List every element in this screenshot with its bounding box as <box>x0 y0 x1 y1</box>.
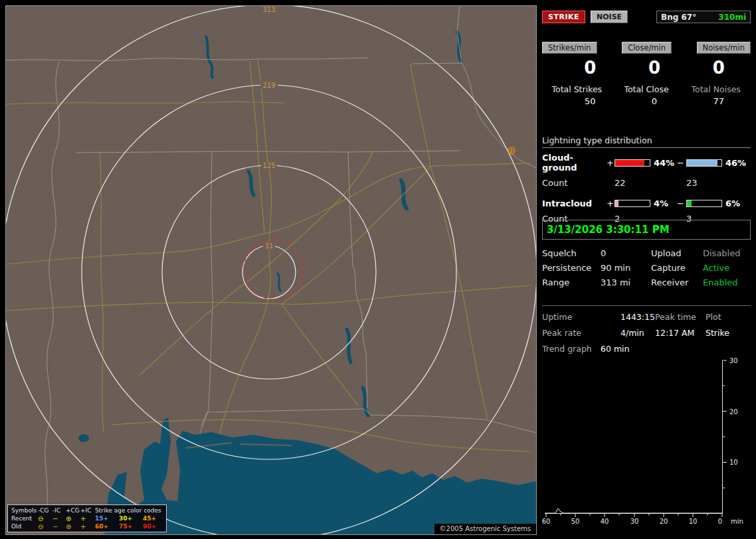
bearing-distance-value: 310mi <box>718 13 746 22</box>
strikes-per-min-button[interactable]: Strikes/min <box>542 42 597 54</box>
peak-rate-label: Peak rate <box>542 328 620 338</box>
map-view[interactable]: 313 219 125 31 Symbols -CG -IC +CG +IC S… <box>5 5 537 535</box>
neg-cg-old-icon: ⊖ <box>38 523 52 530</box>
age-15: 15+ <box>95 514 119 522</box>
squelch-label: Squelch <box>542 248 601 258</box>
nexstorm-window: 313 219 125 31 Symbols -CG -IC +CG +IC S… <box>0 0 756 539</box>
receiver-label: Receiver <box>651 277 703 287</box>
total-noises-value: 77 <box>686 96 751 106</box>
legend-col-neg-ic: -IC <box>52 506 66 514</box>
intracloud-row: Intracloud + 4% − 6% <box>542 198 751 208</box>
y-tick-20: 20 <box>729 408 738 416</box>
cg-negative-pct: 46% <box>722 158 747 168</box>
age-75: 75+ <box>119 522 143 530</box>
status-panel: STRIKE NOISE Bng 67° 310mi Strikes/min C… <box>542 5 751 534</box>
neg-cg-recent-icon: ⊖ <box>38 515 52 522</box>
trend-chart: 30 20 10 60 50 40 30 20 10 0 min <box>542 355 751 532</box>
uptime-label: Uptime <box>542 312 620 322</box>
pos-ic-recent-icon: + <box>80 515 95 522</box>
upload-label: Upload <box>651 248 703 258</box>
capture-label: Capture <box>651 263 703 273</box>
axis-labels: 30 20 10 60 50 40 30 20 10 0 min <box>542 357 743 525</box>
x-tick-10: 10 <box>689 518 698 525</box>
cg-positive-count: 22 <box>614 178 650 188</box>
noise-indicator-button[interactable]: NOISE <box>591 11 628 23</box>
neg-ic-recent-icon: − <box>52 515 66 522</box>
minus-sign: − <box>677 198 686 208</box>
peak-time-value: 12:17 AM <box>655 328 706 338</box>
age-90: 90+ <box>143 522 163 530</box>
map-legend: Symbols -CG -IC +CG +IC Strike age color… <box>7 504 167 532</box>
x-tick-0: 0 <box>718 518 722 525</box>
pos-cg-recent-icon: ⊕ <box>66 515 80 522</box>
cloud-ground-row: Cloud-ground + 44% − 46% <box>542 153 751 173</box>
close-per-min-button[interactable]: Close/min <box>622 42 672 54</box>
ic-negative-bar <box>686 200 722 207</box>
legend-symbols-header: Symbols <box>11 506 38 514</box>
x-tick-50: 50 <box>571 518 580 525</box>
plot-label: Plot <box>706 312 751 322</box>
bearing-range-display: Bng 67° 310mi <box>656 11 751 23</box>
noises-per-min-button[interactable]: Noises/min <box>697 42 751 54</box>
persistence-label: Persistence <box>542 263 601 273</box>
legend-old-label: Old <box>11 522 38 530</box>
cg-count-label: Count <box>542 178 607 188</box>
age-60: 60+ <box>95 522 119 530</box>
total-close-value: 0 <box>622 96 687 106</box>
total-noises-label: Total Noises <box>681 84 751 94</box>
y-tick-30: 30 <box>729 357 738 364</box>
ic-positive-pct: 4% <box>650 198 677 208</box>
cg-positive-bar <box>614 159 650 167</box>
panel-toolbar: STRIKE NOISE Bng 67° 310mi <box>542 11 751 23</box>
ic-positive-bar <box>614 200 650 207</box>
cg-negative-bar <box>686 159 722 167</box>
range-label: Range <box>542 277 601 287</box>
noises-per-min-value: 0 <box>686 58 751 77</box>
receiver-status: 3/13/2026 3:30:11 PM Squelch 0 Upload Di… <box>542 220 751 287</box>
pos-ic-old-icon: + <box>80 523 95 530</box>
strike-indicator-button[interactable]: STRIKE <box>542 11 585 23</box>
age-45: 45+ <box>143 514 163 522</box>
persistence-value: 90 min <box>601 263 651 273</box>
pos-cg-old-icon: ⊕ <box>66 523 80 530</box>
cloud-ground-count-row: Count 22 23 <box>542 178 751 188</box>
legend-col-neg-cg: -CG <box>38 506 52 514</box>
ring-label-313: 313 <box>262 6 275 13</box>
trend-window-value: 60 min <box>601 344 751 354</box>
x-ticks <box>546 514 722 518</box>
x-tick-30: 30 <box>630 518 639 525</box>
rate-counters: Strikes/min Close/min Noises/min 0 0 0 T… <box>542 42 751 106</box>
noise-strike-symbol <box>508 147 515 154</box>
trend-graph-label: Trend graph <box>542 344 601 354</box>
cg-positive-pct: 44% <box>650 158 677 168</box>
range-value: 313 mi <box>601 277 651 287</box>
uptime-value: 1443:15 <box>620 312 655 322</box>
ring-label-31: 31 <box>265 242 274 250</box>
ic-negative-pct: 6% <box>722 198 747 208</box>
x-axis-unit: min <box>731 518 743 525</box>
total-close-label: Total Close <box>612 84 682 94</box>
cg-negative-count: 23 <box>686 178 722 188</box>
plus-sign: + <box>607 158 614 168</box>
squelch-value: 0 <box>601 248 651 258</box>
legend-age-header: Strike age color codes <box>95 506 163 514</box>
total-strikes-label: Total Strikes <box>542 84 612 94</box>
minus-sign: − <box>677 158 686 168</box>
age-30: 30+ <box>119 514 143 522</box>
capture-value: Active <box>703 263 751 273</box>
legend-col-pos-cg: +CG <box>66 506 80 514</box>
session-info: Uptime 1443:15 Peak time Plot Peak rate … <box>542 305 751 354</box>
x-tick-60: 60 <box>542 518 550 525</box>
ring-label-125: 125 <box>262 162 275 169</box>
distribution-title: Lightning type distribution <box>542 135 751 148</box>
copyright-text: ©2005 Astrogenic Systems <box>434 524 536 534</box>
plus-sign: + <box>607 198 614 208</box>
neg-ic-old-icon: − <box>52 523 66 530</box>
ring-label-219: 219 <box>262 82 275 89</box>
total-strikes-value: 50 <box>558 96 622 106</box>
x-tick-40: 40 <box>601 518 609 525</box>
cloud-ground-label: Cloud-ground <box>542 153 607 173</box>
close-per-min-value: 0 <box>622 58 687 77</box>
plot-value: Strike <box>706 328 751 338</box>
trend-series-strikes <box>545 508 722 513</box>
